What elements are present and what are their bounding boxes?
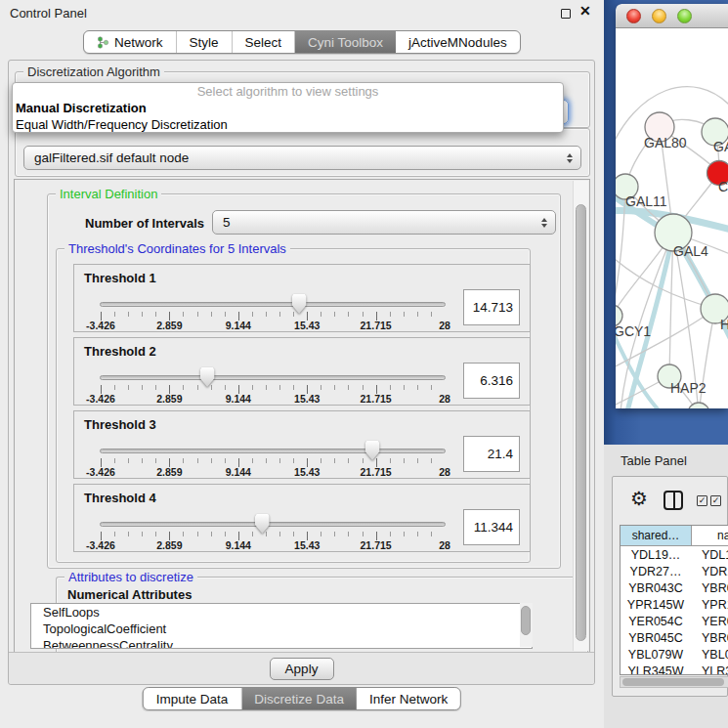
tick-label: -3.426 [86,539,115,551]
table-cell: YBR0 [692,579,728,596]
tab-cyni-toolbox[interactable]: Cyni Toolbox [295,31,396,53]
table-panel: Table Panel ⚙ ✓ ✓ shared… na YDL19…YDL1Y… [604,445,728,728]
tick-label: 21.715 [361,539,392,551]
tick-label: 21.715 [361,320,392,331]
threshold-4-slider[interactable]: -3.4262.8599.14415.4321.71528 [100,522,446,527]
list-item[interactable]: TopologicalCoefficient [31,621,532,637]
slider-thumb[interactable] [365,441,380,460]
tick-label: 2.859 [156,320,182,331]
close-traffic-light-icon[interactable] [626,9,641,23]
table-row[interactable]: YPR145WYPR1 [621,596,728,613]
table-cell: YBR043C [621,579,692,596]
table-row[interactable]: YER054CYER0 [621,613,728,629]
group-label: Attributes to discretize [64,570,197,584]
threshold-value-field[interactable]: 6.316 [463,363,520,399]
slider-thumb[interactable] [255,514,270,534]
threshold-value-field[interactable]: 11.344 [463,509,520,545]
thresholds-coordinates-group: Threshold's Coordinates for 5 Intervals … [56,248,531,563]
table-cell: YLR3 [692,663,728,675]
settings-vertical-scrollbar[interactable] [573,181,588,651]
tick-label: 15.43 [294,320,320,331]
table-cell: YDR2 [692,563,728,579]
attributes-list-scrollbar[interactable] [520,603,533,647]
group-label: Discretization Algorithm [23,64,164,79]
control-panel: Control Panel ✕ Network Style Select Cyn… [0,0,604,728]
tab-style[interactable]: Style [177,31,233,53]
table-cell: YPR1 [692,596,728,613]
node-label: H [720,317,728,332]
float-window-icon[interactable] [561,9,571,19]
tab-label: Select [245,35,282,50]
list-item[interactable]: SelfLoops [31,604,532,621]
close-icon[interactable]: ✕ [579,3,591,19]
table-panel-body: ⚙ ✓ ✓ shared… na YDL19…YDL1YDR27…YDR2YBR… [612,476,728,697]
tab-select[interactable]: Select [233,31,296,53]
tick-label: 9.144 [226,320,251,331]
node-attribute-table: shared… na YDL19…YDL1YDR27…YDR2YBR043CYB… [620,525,728,675]
table-cell: YBL079W [621,646,692,663]
dropdown-placeholder-item[interactable]: Select algorithm to view settings [13,83,563,100]
network-window-titlebar[interactable] [616,4,728,28]
table-data-group: Table Data galFiltered.sif default node [15,128,590,177]
number-of-intervals-combobox[interactable]: 5 [212,210,556,235]
combo-stepper-icon [567,153,573,163]
numerical-attributes-list[interactable]: SelfLoopsTopologicalCoefficientBetweenne… [30,603,533,649]
threshold-label: Threshold 1 [84,271,156,285]
checkbox-icon[interactable]: ✓ [697,495,707,506]
network-canvas[interactable]: GAL80GACGAL11GAL4GCY1HHAP2 [616,28,728,408]
tick-label: 9.144 [226,393,251,405]
columns-icon[interactable] [664,491,683,510]
slider-thumb[interactable] [292,294,307,314]
tab-jactivemnodules[interactable]: jActiveMNodules [396,31,520,53]
minimize-traffic-light-icon[interactable] [652,9,666,23]
tick-label: 9.144 [226,539,251,551]
apply-button[interactable]: Apply [270,658,334,680]
table-data-combobox[interactable]: galFiltered.sif default node [23,146,581,170]
threshold-1-panel: Threshold 1 -3.4262.8599.14415.4321.7152… [73,264,531,332]
column-header-name[interactable]: na [692,526,728,545]
column-header-shared-name[interactable]: shared… [621,526,692,545]
combo-stepper-icon [541,218,547,228]
dropdown-item-equal-width[interactable]: Equal Width/Frequency Discretization [13,116,563,133]
threshold-1-slider[interactable]: -3.4262.8599.14415.4321.71528 [100,302,446,307]
tab-discretize-data[interactable]: Discretize Data [241,688,357,709]
dropdown-item-manual-discretization[interactable]: Manual Discretization [13,100,563,116]
checkbox-icon[interactable]: ✓ [710,495,721,506]
tab-infer-network[interactable]: Infer Network [357,688,460,709]
tick-label: 28 [439,320,450,331]
table-row[interactable]: YDL19…YDL1 [621,546,728,563]
threshold-value-field[interactable]: 21.4 [463,436,520,472]
table-cell: YER0 [692,613,728,629]
table-horizontal-scrollbar[interactable] [620,676,728,688]
slider-thumb[interactable] [200,367,215,387]
threshold-value-field[interactable]: 14.713 [463,289,520,325]
table-row[interactable]: YBR043CYBR0 [621,579,728,596]
threshold-4-panel: Threshold 4 -3.4262.8599.14415.4321.7152… [73,484,531,552]
scrollbar-thumb[interactable] [576,204,586,641]
network-view-window[interactable]: GAL80GACGAL11GAL4GCY1HHAP2 [616,4,728,408]
tick-label: 28 [439,466,450,478]
zoom-traffic-light-icon[interactable] [677,9,692,23]
apply-bar: Apply [9,652,594,684]
table-row[interactable]: YDR27…YDR2 [621,563,728,579]
node-label: GA [713,139,728,154]
table-row[interactable]: YLR345WYLR3 [621,663,728,675]
threshold-3-slider[interactable]: -3.4262.8599.14415.4321.71528 [100,449,446,453]
settings-gear-icon[interactable]: ⚙ [630,489,648,508]
numerical-attributes-label: Numerical Attributes [67,587,192,602]
number-of-intervals-label: Number of Intervals [85,216,204,231]
settings-scrollpane: Interval Definition Number of Intervals … [14,179,590,653]
table-row[interactable]: YBR045CYBR0 [621,629,728,646]
tab-impute-data[interactable]: Impute Data [144,688,242,709]
slider-axis-labels: -3.4262.8599.14415.4321.71528 [101,393,445,405]
scrollbar-thumb[interactable] [622,678,724,686]
tab-network[interactable]: Network [84,31,177,53]
network-icon [97,36,109,49]
scrollbar-thumb[interactable] [521,606,531,635]
tick-label: 21.715 [361,393,392,405]
threshold-2-slider[interactable]: -3.4262.8599.14415.4321.71528 [100,375,446,380]
list-item[interactable]: BetweennessCentrality [31,637,532,649]
table-row[interactable]: YBL079WYBL0 [621,646,728,663]
table-cell: YBR0 [692,629,728,646]
tick-label: -3.426 [86,320,115,331]
